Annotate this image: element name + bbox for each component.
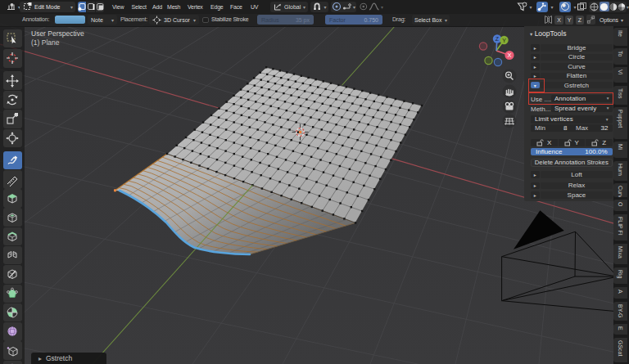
svg-text:Y: Y [502,38,506,43]
svg-text:X: X [507,52,511,59]
svg-text:▸: ▸ [38,355,42,362]
svg-text:Z: Z [496,36,500,42]
svg-text:(1) Plane: (1) Plane [31,38,60,47]
svg-text:User Perspective: User Perspective [31,29,84,38]
svg-text:Gstretch: Gstretch [46,354,72,362]
